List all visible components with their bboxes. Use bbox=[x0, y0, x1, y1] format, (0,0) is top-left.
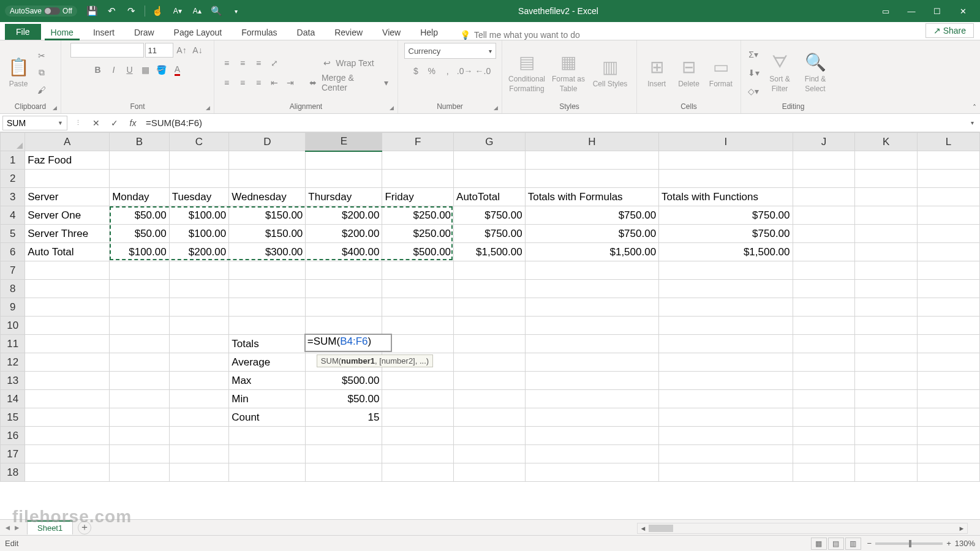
align-left-icon[interactable]: ≡ bbox=[219, 75, 234, 90]
delete-cells-button[interactable]: ⊟Delete bbox=[674, 48, 703, 98]
horizontal-scrollbar[interactable]: ◄ ► bbox=[637, 523, 968, 534]
cell-C6[interactable]: $200.00 bbox=[169, 243, 229, 261]
cell-J18[interactable] bbox=[793, 463, 855, 482]
cell-H9[interactable] bbox=[525, 298, 658, 317]
cell-L10[interactable] bbox=[918, 317, 980, 335]
scroll-thumb[interactable] bbox=[649, 525, 673, 532]
row-header-1[interactable]: 1 bbox=[1, 151, 25, 170]
cell-F9[interactable] bbox=[382, 298, 454, 317]
row-header-11[interactable]: 11 bbox=[1, 335, 25, 353]
font-launcher-icon[interactable]: ◢ bbox=[206, 105, 210, 111]
cell-E9[interactable] bbox=[306, 298, 382, 317]
cell-F18[interactable] bbox=[382, 463, 454, 482]
cell-D11[interactable]: Totals bbox=[229, 335, 306, 353]
zoom-in-icon[interactable]: + bbox=[946, 539, 951, 548]
cell-E18[interactable] bbox=[306, 463, 382, 482]
worksheet-grid[interactable]: ABCDEFGHIJKL1Faz Food23ServerMondayTuesd… bbox=[0, 132, 980, 469]
cell-F8[interactable] bbox=[382, 280, 454, 298]
cell-D5[interactable]: $150.00 bbox=[229, 225, 306, 243]
cell-D15[interactable]: Count bbox=[229, 408, 306, 427]
cell-L6[interactable] bbox=[918, 243, 980, 261]
cell-J3[interactable] bbox=[793, 188, 855, 206]
decrease-indent-icon[interactable]: ⇤ bbox=[267, 75, 282, 90]
enter-formula-icon[interactable]: ✓ bbox=[107, 116, 123, 130]
scroll-left-icon[interactable]: ◄ bbox=[638, 525, 649, 532]
cell-H17[interactable] bbox=[525, 445, 658, 463]
cell-H12[interactable] bbox=[525, 353, 658, 372]
collapse-ribbon-icon[interactable]: ˄ bbox=[973, 103, 976, 112]
cell-E2[interactable] bbox=[306, 170, 382, 188]
tab-home[interactable]: Home bbox=[41, 24, 83, 40]
cell-J9[interactable] bbox=[793, 298, 855, 317]
tell-me-search[interactable]: 💡 Tell me what you want to do bbox=[460, 30, 580, 40]
cell-K12[interactable] bbox=[855, 353, 918, 372]
cell-J14[interactable] bbox=[793, 390, 855, 408]
column-header-A[interactable]: A bbox=[25, 133, 110, 151]
cell-A18[interactable] bbox=[25, 463, 110, 482]
accounting-format-icon[interactable]: $ bbox=[409, 64, 423, 78]
cell-K6[interactable] bbox=[855, 243, 918, 261]
cell-H4[interactable]: $750.00 bbox=[525, 206, 658, 225]
cell-C11[interactable] bbox=[169, 335, 229, 353]
cell-K7[interactable] bbox=[855, 261, 918, 280]
cell-G1[interactable] bbox=[454, 151, 526, 170]
cell-K10[interactable] bbox=[855, 317, 918, 335]
cell-B4[interactable]: $50.00 bbox=[110, 206, 170, 225]
minimize-button[interactable]: — bbox=[899, 2, 924, 20]
font-decrease-icon[interactable]: A▾ bbox=[171, 4, 184, 18]
column-header-D[interactable]: D bbox=[229, 133, 306, 151]
cell-J2[interactable] bbox=[793, 170, 855, 188]
cell-C7[interactable] bbox=[169, 261, 229, 280]
cell-H8[interactable] bbox=[525, 280, 658, 298]
cell-L16[interactable] bbox=[918, 427, 980, 445]
name-box[interactable]: SUM ▼ bbox=[2, 116, 67, 130]
row-header-6[interactable]: 6 bbox=[1, 243, 25, 261]
cell-F3[interactable]: Friday bbox=[382, 188, 454, 206]
cell-G12[interactable] bbox=[454, 353, 526, 372]
cell-F15[interactable] bbox=[382, 408, 454, 427]
cell-D7[interactable] bbox=[229, 261, 306, 280]
row-header-10[interactable]: 10 bbox=[1, 317, 25, 335]
cell-J7[interactable] bbox=[793, 261, 855, 280]
cell-H2[interactable] bbox=[525, 170, 658, 188]
cell-E7[interactable] bbox=[306, 261, 382, 280]
cell-H18[interactable] bbox=[525, 463, 658, 482]
merge-center-button[interactable]: ⬌ Merge & Center ▾ bbox=[305, 75, 393, 90]
maximize-button[interactable]: ☐ bbox=[925, 2, 949, 20]
align-center-icon[interactable]: ≡ bbox=[235, 75, 250, 90]
alignment-launcher-icon[interactable]: ◢ bbox=[390, 105, 394, 111]
cell-A1[interactable]: Faz Food bbox=[25, 151, 110, 170]
cell-C2[interactable] bbox=[169, 170, 229, 188]
cell-A13[interactable] bbox=[25, 372, 110, 390]
cut-icon[interactable]: ✂ bbox=[34, 48, 49, 63]
normal-view-icon[interactable]: ▦ bbox=[811, 538, 827, 550]
cell-J4[interactable] bbox=[793, 206, 855, 225]
format-painter-icon[interactable]: 🖌 bbox=[34, 83, 49, 97]
cell-H6[interactable]: $1,500.00 bbox=[525, 243, 658, 261]
cell-B13[interactable] bbox=[110, 372, 170, 390]
cell-C18[interactable] bbox=[169, 463, 229, 482]
cell-H14[interactable] bbox=[525, 390, 658, 408]
cell-L8[interactable] bbox=[918, 280, 980, 298]
cell-B14[interactable] bbox=[110, 390, 170, 408]
cell-A6[interactable]: Auto Total bbox=[25, 243, 110, 261]
cell-I17[interactable] bbox=[659, 445, 793, 463]
tab-page-layout[interactable]: Page Layout bbox=[164, 24, 232, 40]
formula-input[interactable] bbox=[143, 116, 964, 130]
cell-J13[interactable] bbox=[793, 372, 855, 390]
cell-G11[interactable] bbox=[454, 335, 526, 353]
cell-L14[interactable] bbox=[918, 390, 980, 408]
cell-D13[interactable]: Max bbox=[229, 372, 306, 390]
insert-function-icon[interactable]: fx bbox=[125, 116, 141, 130]
cell-G9[interactable] bbox=[454, 298, 526, 317]
cell-F4[interactable]: $250.00 bbox=[382, 206, 454, 225]
cell-I3[interactable]: Totals with Functions bbox=[659, 188, 793, 206]
undo-icon[interactable]: ↶ bbox=[105, 4, 119, 18]
tab-view[interactable]: View bbox=[372, 24, 410, 40]
cell-C15[interactable] bbox=[169, 408, 229, 427]
cell-H13[interactable] bbox=[525, 372, 658, 390]
cell-A7[interactable] bbox=[25, 261, 110, 280]
cell-A15[interactable] bbox=[25, 408, 110, 427]
cell-H1[interactable] bbox=[525, 151, 658, 170]
share-button[interactable]: ↗ Share bbox=[925, 23, 974, 38]
